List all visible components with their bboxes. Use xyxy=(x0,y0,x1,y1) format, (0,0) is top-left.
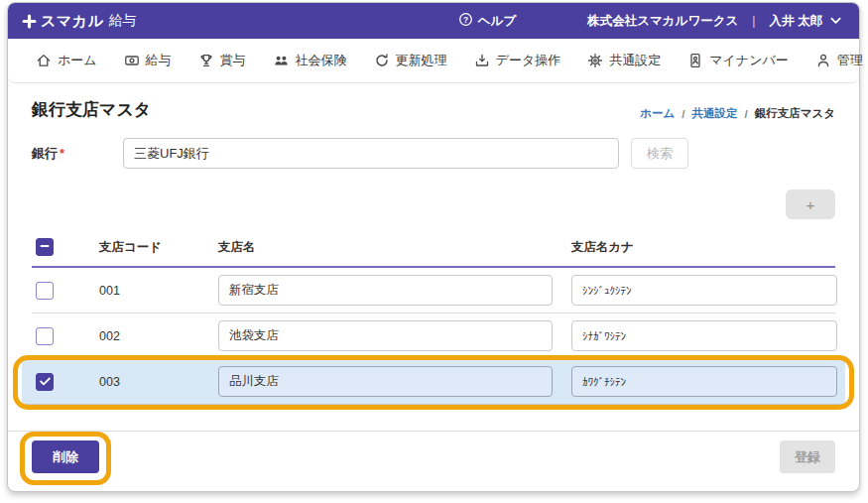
row-checkbox[interactable] xyxy=(36,282,54,300)
brand-name: スマカル xyxy=(41,12,103,31)
nav-label: ホーム xyxy=(58,52,97,69)
user-menu[interactable]: 入井 太郎 xyxy=(770,13,841,30)
checkmark-icon xyxy=(40,375,51,389)
page-title: 銀行支店マスタ xyxy=(32,98,151,121)
app-header: スマカル 給与 ? ヘルプ 株式会社スマカルワークス | 入井 太郎 xyxy=(8,3,859,39)
admin-person-icon xyxy=(815,53,831,68)
header-separator: | xyxy=(752,14,755,28)
branch-code: 003 xyxy=(99,375,218,389)
nav-item-home[interactable]: ホーム xyxy=(36,52,97,69)
nav-label: データ操作 xyxy=(496,52,561,69)
delete-button[interactable]: 削除 xyxy=(32,440,99,473)
home-icon xyxy=(36,53,52,68)
app-window: スマカル 給与 ? ヘルプ 株式会社スマカルワークス | 入井 太郎 xyxy=(7,2,860,492)
data-download-icon xyxy=(474,53,490,68)
column-header-name: 支店名 xyxy=(218,239,571,256)
nav-item-salary[interactable]: 給与 xyxy=(124,52,172,69)
screenshot-root: スマカル 給与 ? ヘルプ 株式会社スマカルワークス | 入井 太郎 xyxy=(0,0,868,503)
salary-icon xyxy=(124,53,140,68)
main-nav: ホーム 給与 賞与 社会保険 更新処理 データ操作 xyxy=(8,39,859,83)
nav-label: 給与 xyxy=(146,52,172,69)
svg-text:?: ? xyxy=(463,15,468,25)
column-header-code: 支店コード xyxy=(99,239,218,256)
branch-kana-input[interactable] xyxy=(571,366,837,397)
bonus-icon xyxy=(198,53,214,68)
user-name: 入井 太郎 xyxy=(770,13,822,30)
select-all-checkbox[interactable] xyxy=(36,238,54,256)
social-insurance-icon xyxy=(273,53,290,68)
action-footer: 削除 登録 xyxy=(8,431,859,473)
refresh-icon xyxy=(374,53,390,68)
help-icon: ? xyxy=(458,12,473,30)
bank-input[interactable] xyxy=(123,138,619,169)
nav-item-settings[interactable]: 共通設定 xyxy=(587,52,661,69)
add-row-button[interactable]: + xyxy=(786,189,835,219)
chevron-down-icon xyxy=(830,14,841,28)
nav-item-update[interactable]: 更新処理 xyxy=(374,52,447,69)
company-name: 株式会社スマカルワークス xyxy=(587,13,738,30)
nav-label: 賞与 xyxy=(220,52,246,69)
nav-label: 共通設定 xyxy=(609,52,661,69)
breadcrumb-current: 銀行支店マスタ xyxy=(755,106,835,121)
nav-label: マイナンバー xyxy=(709,52,789,69)
branch-kana-input[interactable] xyxy=(571,275,837,306)
row-checkbox-checked[interactable] xyxy=(36,373,54,391)
content: 銀行支店マスタ ホーム / 共通設定 / 銀行支店マスタ 銀行* 検索 + xyxy=(8,98,859,405)
row-checkbox[interactable] xyxy=(36,327,54,345)
gear-icon xyxy=(587,53,603,68)
breadcrumb-separator: / xyxy=(744,108,747,120)
brand-suffix: 給与 xyxy=(108,12,136,30)
nav-item-social-insurance[interactable]: 社会保険 xyxy=(273,52,347,69)
branch-name-input[interactable] xyxy=(218,275,553,306)
breadcrumb: ホーム / 共通設定 / 銀行支店マスタ xyxy=(640,106,835,121)
app-logo: スマカル 給与 xyxy=(22,12,136,31)
plus-logo-icon xyxy=(22,14,37,29)
branch-code: 002 xyxy=(99,329,218,343)
header-right: ? ヘルプ 株式会社スマカルワークス | 入井 太郎 xyxy=(458,12,841,30)
column-header-kana: 支店名カナ xyxy=(571,239,835,256)
branch-name-input[interactable] xyxy=(218,320,553,351)
search-button[interactable]: 検索 xyxy=(631,138,688,169)
branch-table: 支店コード 支店名 支店名カナ 001 002 xyxy=(32,228,835,405)
help-label: ヘルプ xyxy=(478,13,516,30)
register-button[interactable]: 登録 xyxy=(780,440,835,473)
nav-label: 管理 xyxy=(837,52,863,69)
indeterminate-icon xyxy=(40,240,50,254)
nav-item-data[interactable]: データ操作 xyxy=(474,52,561,69)
branch-code: 001 xyxy=(99,284,218,298)
nav-item-bonus[interactable]: 賞与 xyxy=(198,52,246,69)
table-header-row: 支店コード 支店名 支店名カナ xyxy=(32,228,835,268)
help-button[interactable]: ? ヘルプ xyxy=(458,12,516,30)
branch-kana-input[interactable] xyxy=(571,320,837,351)
bank-field-label: 銀行* xyxy=(32,145,123,163)
table-row-selected: 003 xyxy=(22,359,845,405)
mynumber-card-icon xyxy=(687,53,703,68)
nav-item-admin[interactable]: 管理 xyxy=(815,52,863,69)
required-mark: * xyxy=(60,146,64,161)
table-row: 002 xyxy=(32,314,835,359)
table-row: 001 xyxy=(32,268,835,314)
breadcrumb-separator: / xyxy=(682,108,684,120)
nav-item-mynumber[interactable]: マイナンバー xyxy=(687,52,789,69)
nav-label: 更新処理 xyxy=(396,52,447,69)
breadcrumb-home-link[interactable]: ホーム xyxy=(640,106,675,121)
branch-name-input[interactable] xyxy=(218,366,553,397)
nav-label: 社会保険 xyxy=(296,52,347,69)
breadcrumb-settings-link[interactable]: 共通設定 xyxy=(691,106,737,121)
